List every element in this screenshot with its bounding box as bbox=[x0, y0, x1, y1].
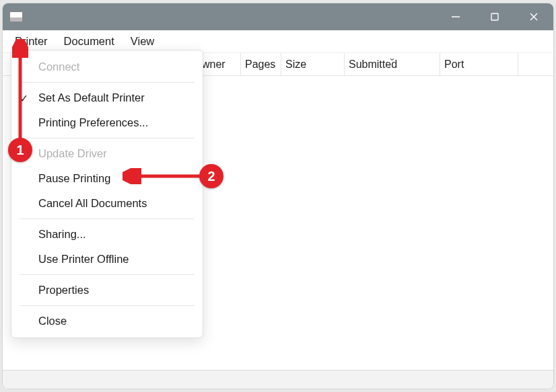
menu-view[interactable]: View bbox=[124, 32, 161, 50]
menu-separator bbox=[20, 219, 195, 219]
printer-menu-dropdown: Connect ✓ Set As Default Printer Printin… bbox=[11, 50, 203, 338]
minimize-button[interactable] bbox=[436, 3, 475, 30]
printer-icon bbox=[9, 11, 23, 22]
menu-cancel-all[interactable]: Cancel All Documents bbox=[11, 191, 203, 216]
statusbar bbox=[3, 370, 553, 389]
col-pages[interactable]: Pages bbox=[241, 53, 281, 75]
menu-connect: Connect bbox=[11, 54, 203, 79]
menu-set-default-label: Set As Default Printer bbox=[38, 91, 145, 104]
menu-properties[interactable]: Properties bbox=[11, 278, 203, 303]
menu-document[interactable]: Document bbox=[57, 32, 121, 50]
menu-set-default[interactable]: ✓ Set As Default Printer bbox=[11, 85, 203, 110]
menu-pause-printing[interactable]: Pause Printing bbox=[11, 166, 203, 191]
menu-preferences[interactable]: Printing Preferences... bbox=[11, 110, 203, 135]
menu-sharing[interactable]: Sharing... bbox=[11, 222, 203, 247]
close-button[interactable] bbox=[514, 3, 553, 30]
col-port[interactable]: Port bbox=[440, 53, 518, 75]
menu-separator bbox=[20, 305, 195, 306]
menu-separator bbox=[20, 82, 195, 83]
col-size[interactable]: Size bbox=[281, 53, 345, 75]
titlebar[interactable] bbox=[3, 3, 553, 30]
menu-close[interactable]: Close bbox=[11, 309, 203, 334]
col-submitted[interactable]: ⌄ Submitted bbox=[345, 53, 440, 75]
col-owner[interactable]: wner bbox=[198, 53, 241, 75]
menu-separator bbox=[20, 138, 195, 139]
sort-caret-icon: ⌄ bbox=[388, 52, 396, 63]
maximize-button[interactable] bbox=[475, 3, 514, 30]
svg-rect-1 bbox=[491, 13, 498, 20]
annotation-badge-2: 2 bbox=[199, 164, 223, 188]
menu-offline[interactable]: Use Printer Offline bbox=[11, 247, 203, 272]
menu-update-driver: Update Driver bbox=[11, 141, 203, 166]
annotation-badge-1: 1 bbox=[8, 138, 32, 162]
menu-printer[interactable]: Printer bbox=[8, 32, 55, 50]
menu-separator bbox=[20, 274, 195, 275]
check-icon: ✓ bbox=[20, 91, 28, 104]
window-controls bbox=[436, 3, 553, 30]
